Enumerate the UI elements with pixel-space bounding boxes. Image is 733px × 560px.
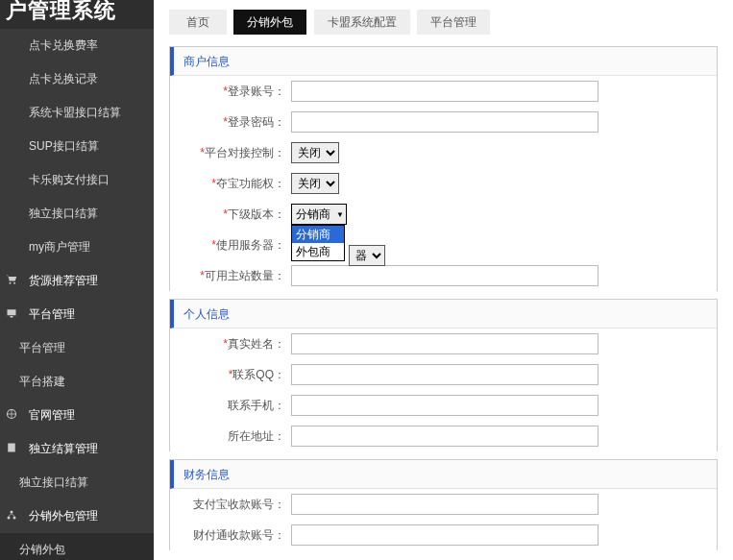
sidebar: 户管理系统 点卡兑换费率 点卡兑换记录 系统卡盟接口结算 SUP接口结算 卡乐购… [0, 0, 154, 560]
website-icon [6, 408, 17, 420]
section-title-personal: 个人信息 [170, 300, 717, 329]
tab-platform-manage[interactable]: 平台管理 [417, 10, 490, 35]
section-merchant: 商户信息 *登录账号： *登录密码： *平台对接控制： 关闭 *夺宝功能权： 关… [169, 46, 718, 291]
nav-distribution-outsource[interactable]: 分销外包 [0, 533, 154, 560]
label-login-account: *登录账号： [170, 84, 285, 100]
svg-rect-3 [11, 316, 13, 318]
select-sub-version-value: 分销商 [296, 207, 330, 223]
nav-card-record[interactable]: 点卡兑换记录 [0, 62, 154, 96]
label-sub-version: *下级版本： [170, 207, 285, 223]
nav-group-website[interactable]: 官网管理 [0, 399, 154, 432]
label-address: 所在地址： [170, 428, 285, 445]
settle-icon [6, 442, 17, 453]
tab-distribution[interactable]: 分销外包 [233, 10, 306, 35]
label-treasure-perm: *夺宝功能权： [170, 176, 285, 192]
nav-platform-manage[interactable]: 平台管理 [0, 331, 154, 365]
input-tenpay[interactable] [291, 524, 599, 546]
nav-group-label: 官网管理 [29, 408, 75, 422]
label-avail-sites: *可用主站数量： [170, 268, 285, 284]
nav-group-indep-settle[interactable]: 独立结算管理 [0, 432, 154, 466]
tab-bar: 首页 分销外包 卡盟系统配置 平台管理 [169, 10, 733, 38]
input-qq[interactable] [291, 364, 599, 385]
nav-group-label: 平台管理 [29, 307, 75, 321]
nav-indep-settle[interactable]: 独立接口结算 [0, 197, 154, 231]
svg-point-0 [10, 282, 12, 284]
input-address[interactable] [291, 426, 599, 447]
chevron-down-icon: ▼ [336, 210, 344, 219]
section-title-finance: 财务信息 [170, 460, 717, 489]
label-login-password: *登录密码： [170, 114, 285, 131]
nav-group-distribution[interactable]: 分销外包管理 [0, 499, 154, 533]
select-platform-control[interactable]: 关闭 [291, 142, 339, 163]
nav-kalegou-pay[interactable]: 卡乐购支付接口 [0, 163, 154, 197]
svg-rect-2 [8, 309, 16, 315]
label-qq: *联系QQ： [170, 367, 285, 383]
input-alipay[interactable] [291, 494, 599, 515]
nav-sys-kameng-settle[interactable]: 系统卡盟接口结算 [0, 96, 154, 130]
svg-point-7 [8, 517, 11, 520]
select-treasure-perm[interactable]: 关闭 [291, 173, 339, 194]
dropdown-sub-version: 分销商 外包商 [291, 225, 345, 261]
nav-group-label: 分销外包管理 [29, 509, 98, 523]
tab-kameng-config[interactable]: 卡盟系统配置 [314, 10, 410, 35]
platform-icon [6, 307, 17, 319]
select-server[interactable]: 器 [349, 245, 385, 266]
svg-point-6 [11, 511, 13, 514]
input-login-account[interactable] [291, 81, 599, 102]
option-outsourcer[interactable]: 外包商 [292, 243, 344, 260]
select-sub-version[interactable]: 分销商 ▼ [291, 204, 347, 225]
distribution-icon [6, 509, 17, 521]
nav-card-rate[interactable]: 点卡兑换费率 [0, 29, 154, 62]
select-sub-version-wrap: 分销商 ▼ 分销商 外包商 [291, 204, 347, 225]
nav-sup-settle[interactable]: SUP接口结算 [0, 130, 154, 163]
label-phone: 联系手机： [170, 398, 285, 414]
label-alipay: 支付宝收款账号： [170, 497, 285, 513]
tab-home[interactable]: 首页 [169, 10, 227, 35]
svg-rect-5 [8, 444, 15, 452]
main-content: 首页 分销外包 卡盟系统配置 平台管理 商户信息 *登录账号： *登录密码： *… [154, 10, 733, 560]
nav-platform-build[interactable]: 平台搭建 [0, 365, 154, 399]
option-distributor[interactable]: 分销商 [292, 226, 344, 243]
label-platform-control: *平台对接控制： [170, 145, 285, 161]
label-tenpay: 财付通收款账号： [170, 527, 285, 544]
cart-icon [6, 274, 17, 285]
input-avail-sites[interactable] [291, 265, 599, 286]
nav-group-label: 独立结算管理 [29, 442, 98, 455]
nav-indep-interface-settle[interactable]: 独立接口结算 [0, 466, 154, 499]
svg-point-1 [13, 282, 15, 284]
section-personal: 个人信息 *真实姓名： *联系QQ： 联系手机： 所在地址： [169, 299, 718, 451]
nav-group-platform[interactable]: 平台管理 [0, 298, 154, 331]
nav-group-supply[interactable]: 货源推荐管理 [0, 264, 154, 298]
nav-group-label: 货源推荐管理 [29, 274, 98, 287]
input-login-password[interactable] [291, 111, 599, 133]
svg-point-8 [13, 517, 16, 520]
section-finance: 财务信息 支付宝收款账号： 财付通收款账号： [169, 459, 718, 550]
input-phone[interactable] [291, 395, 599, 416]
section-title-merchant: 商户信息 [170, 47, 717, 76]
nav-my-merchant[interactable]: my商户管理 [0, 231, 154, 264]
label-real-name: *真实姓名： [170, 336, 285, 353]
label-server: *使用服务器： [170, 237, 285, 254]
input-real-name[interactable] [291, 333, 599, 354]
app-logo: 户管理系统 [0, 0, 154, 29]
